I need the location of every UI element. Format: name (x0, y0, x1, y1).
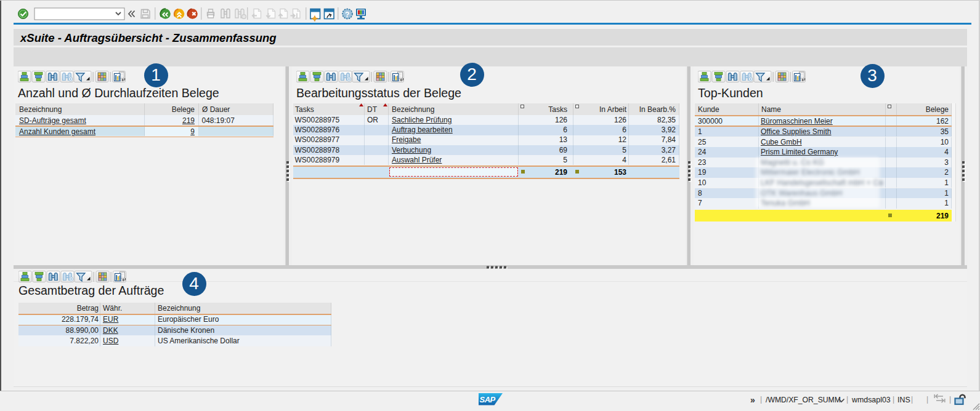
svg-text:?: ? (345, 10, 349, 19)
svg-text:SAP: SAP (480, 395, 496, 404)
